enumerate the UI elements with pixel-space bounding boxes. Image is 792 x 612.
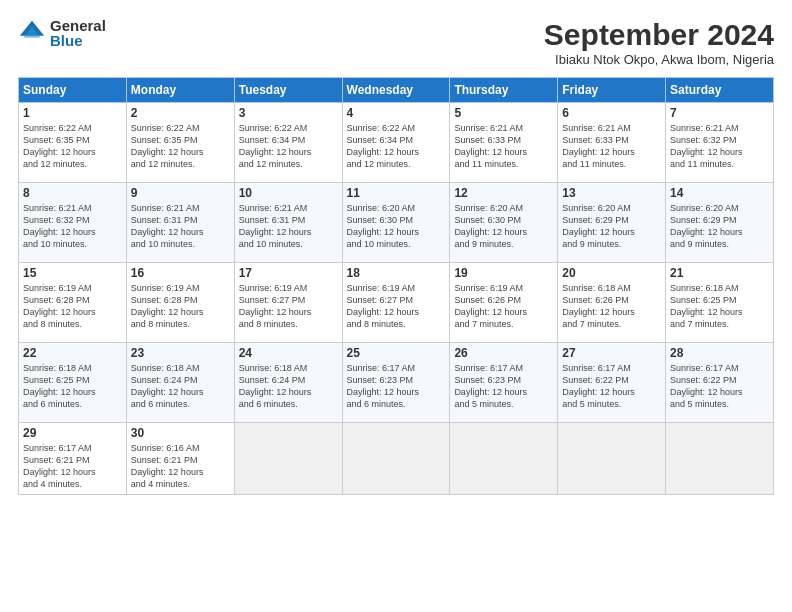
day-number: 4 <box>347 106 446 120</box>
day-number: 30 <box>131 426 230 440</box>
day-number: 19 <box>454 266 553 280</box>
day-content: Sunrise: 6:21 AMSunset: 6:31 PMDaylight:… <box>131 202 230 251</box>
table-row: 24Sunrise: 6:18 AMSunset: 6:24 PMDayligh… <box>234 343 342 423</box>
col-sunday: Sunday <box>19 78 127 103</box>
day-content: Sunrise: 6:19 AMSunset: 6:28 PMDaylight:… <box>23 282 122 331</box>
day-number: 20 <box>562 266 661 280</box>
day-content: Sunrise: 6:22 AMSunset: 6:35 PMDaylight:… <box>131 122 230 171</box>
day-content: Sunrise: 6:17 AMSunset: 6:22 PMDaylight:… <box>562 362 661 411</box>
day-number: 26 <box>454 346 553 360</box>
day-content: Sunrise: 6:17 AMSunset: 6:23 PMDaylight:… <box>454 362 553 411</box>
day-number: 9 <box>131 186 230 200</box>
day-number: 23 <box>131 346 230 360</box>
day-number: 29 <box>23 426 122 440</box>
table-row: 26Sunrise: 6:17 AMSunset: 6:23 PMDayligh… <box>450 343 558 423</box>
day-number: 27 <box>562 346 661 360</box>
table-row: 8Sunrise: 6:21 AMSunset: 6:32 PMDaylight… <box>19 183 127 263</box>
calendar-week-4: 22Sunrise: 6:18 AMSunset: 6:25 PMDayligh… <box>19 343 774 423</box>
table-row <box>666 423 774 495</box>
day-content: Sunrise: 6:21 AMSunset: 6:32 PMDaylight:… <box>23 202 122 251</box>
month-title: September 2024 <box>544 18 774 52</box>
table-row: 21Sunrise: 6:18 AMSunset: 6:25 PMDayligh… <box>666 263 774 343</box>
day-number: 10 <box>239 186 338 200</box>
location: Ibiaku Ntok Okpo, Akwa Ibom, Nigeria <box>544 52 774 67</box>
day-content: Sunrise: 6:19 AMSunset: 6:27 PMDaylight:… <box>347 282 446 331</box>
day-number: 3 <box>239 106 338 120</box>
table-row: 16Sunrise: 6:19 AMSunset: 6:28 PMDayligh… <box>126 263 234 343</box>
day-content: Sunrise: 6:21 AMSunset: 6:33 PMDaylight:… <box>454 122 553 171</box>
table-row: 18Sunrise: 6:19 AMSunset: 6:27 PMDayligh… <box>342 263 450 343</box>
day-number: 5 <box>454 106 553 120</box>
table-row: 2Sunrise: 6:22 AMSunset: 6:35 PMDaylight… <box>126 103 234 183</box>
day-number: 22 <box>23 346 122 360</box>
day-content: Sunrise: 6:21 AMSunset: 6:32 PMDaylight:… <box>670 122 769 171</box>
day-content: Sunrise: 6:22 AMSunset: 6:34 PMDaylight:… <box>239 122 338 171</box>
calendar-week-5: 29Sunrise: 6:17 AMSunset: 6:21 PMDayligh… <box>19 423 774 495</box>
day-content: Sunrise: 6:18 AMSunset: 6:25 PMDaylight:… <box>23 362 122 411</box>
table-row: 11Sunrise: 6:20 AMSunset: 6:30 PMDayligh… <box>342 183 450 263</box>
table-row: 22Sunrise: 6:18 AMSunset: 6:25 PMDayligh… <box>19 343 127 423</box>
table-row: 20Sunrise: 6:18 AMSunset: 6:26 PMDayligh… <box>558 263 666 343</box>
table-row: 4Sunrise: 6:22 AMSunset: 6:34 PMDaylight… <box>342 103 450 183</box>
day-content: Sunrise: 6:22 AMSunset: 6:34 PMDaylight:… <box>347 122 446 171</box>
day-content: Sunrise: 6:18 AMSunset: 6:24 PMDaylight:… <box>239 362 338 411</box>
day-number: 11 <box>347 186 446 200</box>
day-content: Sunrise: 6:19 AMSunset: 6:28 PMDaylight:… <box>131 282 230 331</box>
table-row: 19Sunrise: 6:19 AMSunset: 6:26 PMDayligh… <box>450 263 558 343</box>
table-row: 30Sunrise: 6:16 AMSunset: 6:21 PMDayligh… <box>126 423 234 495</box>
day-content: Sunrise: 6:18 AMSunset: 6:26 PMDaylight:… <box>562 282 661 331</box>
day-number: 24 <box>239 346 338 360</box>
table-row: 1Sunrise: 6:22 AMSunset: 6:35 PMDaylight… <box>19 103 127 183</box>
table-row: 5Sunrise: 6:21 AMSunset: 6:33 PMDaylight… <box>450 103 558 183</box>
day-number: 28 <box>670 346 769 360</box>
day-content: Sunrise: 6:22 AMSunset: 6:35 PMDaylight:… <box>23 122 122 171</box>
col-friday: Friday <box>558 78 666 103</box>
table-row: 15Sunrise: 6:19 AMSunset: 6:28 PMDayligh… <box>19 263 127 343</box>
day-number: 16 <box>131 266 230 280</box>
table-row: 29Sunrise: 6:17 AMSunset: 6:21 PMDayligh… <box>19 423 127 495</box>
col-saturday: Saturday <box>666 78 774 103</box>
day-number: 2 <box>131 106 230 120</box>
table-row: 14Sunrise: 6:20 AMSunset: 6:29 PMDayligh… <box>666 183 774 263</box>
day-content: Sunrise: 6:18 AMSunset: 6:24 PMDaylight:… <box>131 362 230 411</box>
table-row: 13Sunrise: 6:20 AMSunset: 6:29 PMDayligh… <box>558 183 666 263</box>
day-content: Sunrise: 6:20 AMSunset: 6:30 PMDaylight:… <box>454 202 553 251</box>
col-tuesday: Tuesday <box>234 78 342 103</box>
day-number: 12 <box>454 186 553 200</box>
logo: General Blue <box>18 18 106 48</box>
day-content: Sunrise: 6:17 AMSunset: 6:21 PMDaylight:… <box>23 442 122 491</box>
day-content: Sunrise: 6:16 AMSunset: 6:21 PMDaylight:… <box>131 442 230 491</box>
logo-general-text: General <box>50 18 106 33</box>
table-row: 23Sunrise: 6:18 AMSunset: 6:24 PMDayligh… <box>126 343 234 423</box>
day-number: 17 <box>239 266 338 280</box>
table-row: 9Sunrise: 6:21 AMSunset: 6:31 PMDaylight… <box>126 183 234 263</box>
day-number: 8 <box>23 186 122 200</box>
day-number: 6 <box>562 106 661 120</box>
col-wednesday: Wednesday <box>342 78 450 103</box>
logo-text: General Blue <box>50 18 106 48</box>
day-number: 13 <box>562 186 661 200</box>
day-number: 1 <box>23 106 122 120</box>
page: General Blue September 2024 Ibiaku Ntok … <box>0 0 792 612</box>
day-number: 7 <box>670 106 769 120</box>
day-content: Sunrise: 6:19 AMSunset: 6:26 PMDaylight:… <box>454 282 553 331</box>
logo-icon <box>18 19 46 47</box>
day-content: Sunrise: 6:19 AMSunset: 6:27 PMDaylight:… <box>239 282 338 331</box>
table-row: 28Sunrise: 6:17 AMSunset: 6:22 PMDayligh… <box>666 343 774 423</box>
table-row: 27Sunrise: 6:17 AMSunset: 6:22 PMDayligh… <box>558 343 666 423</box>
table-row: 25Sunrise: 6:17 AMSunset: 6:23 PMDayligh… <box>342 343 450 423</box>
col-thursday: Thursday <box>450 78 558 103</box>
table-row: 10Sunrise: 6:21 AMSunset: 6:31 PMDayligh… <box>234 183 342 263</box>
table-row: 12Sunrise: 6:20 AMSunset: 6:30 PMDayligh… <box>450 183 558 263</box>
calendar-week-2: 8Sunrise: 6:21 AMSunset: 6:32 PMDaylight… <box>19 183 774 263</box>
day-content: Sunrise: 6:17 AMSunset: 6:23 PMDaylight:… <box>347 362 446 411</box>
day-content: Sunrise: 6:17 AMSunset: 6:22 PMDaylight:… <box>670 362 769 411</box>
table-row: 3Sunrise: 6:22 AMSunset: 6:34 PMDaylight… <box>234 103 342 183</box>
day-content: Sunrise: 6:20 AMSunset: 6:30 PMDaylight:… <box>347 202 446 251</box>
day-content: Sunrise: 6:21 AMSunset: 6:31 PMDaylight:… <box>239 202 338 251</box>
calendar-table: Sunday Monday Tuesday Wednesday Thursday… <box>18 77 774 495</box>
day-content: Sunrise: 6:20 AMSunset: 6:29 PMDaylight:… <box>670 202 769 251</box>
col-monday: Monday <box>126 78 234 103</box>
day-number: 21 <box>670 266 769 280</box>
calendar-header-row: Sunday Monday Tuesday Wednesday Thursday… <box>19 78 774 103</box>
